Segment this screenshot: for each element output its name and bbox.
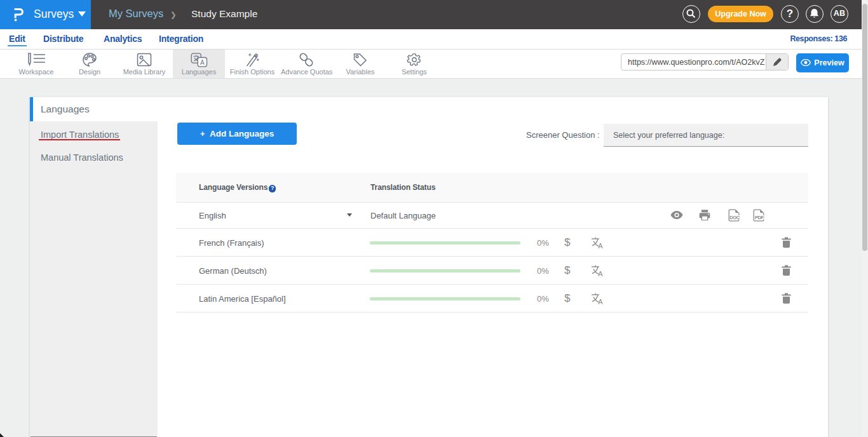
- svg-text:A: A: [598, 270, 603, 277]
- svg-text:A: A: [598, 298, 603, 305]
- svg-text:DOC: DOC: [729, 215, 740, 220]
- svg-text:PDF: PDF: [755, 215, 764, 220]
- svg-text:A: A: [200, 59, 205, 66]
- svg-text:A: A: [598, 242, 603, 249]
